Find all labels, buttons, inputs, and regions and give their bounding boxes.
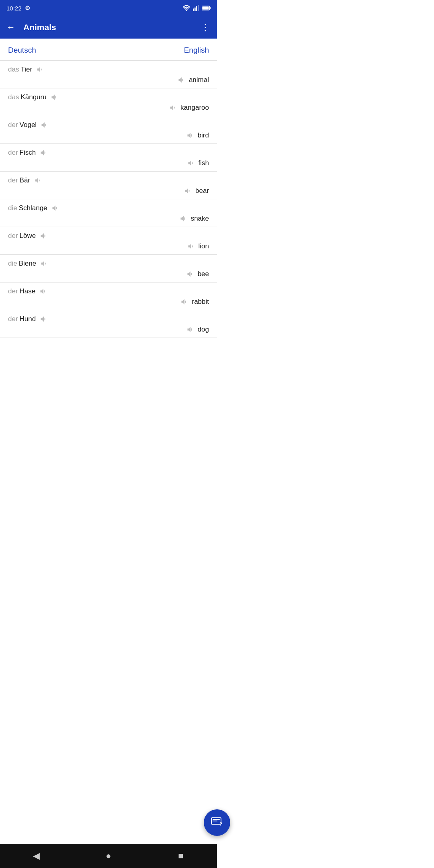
word-list: das Tier animal das Känguru kangaroo bbox=[0, 61, 217, 338]
word-row: der Vogel bird bbox=[0, 116, 217, 144]
wifi-icon bbox=[182, 5, 190, 11]
article-5: die bbox=[8, 204, 17, 212]
page-title: Animals bbox=[23, 23, 201, 32]
back-button[interactable]: ← bbox=[6, 22, 15, 33]
svg-rect-6 bbox=[210, 7, 211, 9]
word-row: der Hase rabbit bbox=[0, 283, 217, 310]
status-bar: 10:22 ⚙ bbox=[0, 0, 217, 16]
english-word-5: snake bbox=[191, 215, 209, 223]
german-word-5: Schlange bbox=[19, 204, 47, 212]
english-header[interactable]: English bbox=[184, 46, 209, 55]
german-word-4: Bär bbox=[20, 176, 30, 184]
settings-icon: ⚙ bbox=[25, 4, 30, 12]
article-1: das bbox=[8, 93, 19, 101]
german-speaker-8[interactable] bbox=[39, 287, 47, 295]
article-7: die bbox=[8, 260, 17, 268]
german-word-6: Löwe bbox=[20, 232, 36, 240]
english-word-4: bear bbox=[195, 187, 209, 195]
svg-rect-4 bbox=[198, 5, 199, 11]
german-speaker-9[interactable] bbox=[40, 315, 48, 323]
german-word-0: Tier bbox=[20, 66, 32, 74]
word-row: das Tier animal bbox=[0, 61, 217, 88]
german-word-8: Hase bbox=[20, 287, 36, 295]
article-2: der bbox=[8, 121, 18, 129]
english-word-8: rabbit bbox=[192, 298, 209, 306]
column-headers: Deutsch English bbox=[0, 39, 217, 61]
word-row: der Fisch fish bbox=[0, 144, 217, 172]
german-speaker-7[interactable] bbox=[40, 260, 48, 268]
svg-rect-7 bbox=[202, 6, 209, 10]
svg-rect-1 bbox=[193, 8, 194, 11]
english-speaker-1[interactable] bbox=[169, 104, 177, 112]
word-row: das Känguru kangaroo bbox=[0, 88, 217, 116]
word-row: die Biene bee bbox=[0, 255, 217, 283]
german-speaker-1[interactable] bbox=[51, 93, 59, 101]
german-speaker-0[interactable] bbox=[36, 66, 44, 74]
article-9: der bbox=[8, 315, 18, 323]
article-0: das bbox=[8, 66, 19, 74]
article-4: der bbox=[8, 176, 18, 184]
german-word-1: Känguru bbox=[20, 93, 46, 101]
svg-point-0 bbox=[186, 10, 187, 11]
english-speaker-5[interactable] bbox=[180, 215, 188, 223]
english-word-0: animal bbox=[189, 76, 209, 84]
english-speaker-6[interactable] bbox=[187, 242, 195, 250]
article-6: der bbox=[8, 232, 18, 240]
app-bar: ← Animals ⋮ bbox=[0, 16, 217, 39]
german-word-7: Biene bbox=[19, 260, 36, 268]
german-word-9: Hund bbox=[20, 315, 36, 323]
english-speaker-2[interactable] bbox=[186, 131, 194, 139]
svg-rect-3 bbox=[196, 6, 197, 11]
article-3: der bbox=[8, 149, 18, 157]
english-speaker-3[interactable] bbox=[187, 159, 195, 167]
status-icons bbox=[182, 5, 211, 11]
english-speaker-9[interactable] bbox=[186, 326, 194, 334]
english-speaker-4[interactable] bbox=[184, 187, 192, 195]
german-word-3: Fisch bbox=[20, 149, 36, 157]
word-row: der Löwe lion bbox=[0, 227, 217, 255]
german-speaker-4[interactable] bbox=[34, 176, 42, 184]
english-word-6: lion bbox=[199, 242, 209, 250]
german-speaker-5[interactable] bbox=[51, 204, 59, 212]
battery-icon bbox=[202, 5, 211, 11]
english-word-7: bee bbox=[198, 270, 209, 278]
german-speaker-3[interactable] bbox=[40, 149, 48, 157]
word-row: die Schlange snake bbox=[0, 199, 217, 227]
english-word-2: bird bbox=[198, 131, 209, 139]
svg-rect-2 bbox=[194, 8, 196, 11]
deutsch-header[interactable]: Deutsch bbox=[8, 46, 36, 55]
more-menu-button[interactable]: ⋮ bbox=[201, 22, 211, 33]
signal-icon bbox=[193, 5, 199, 11]
word-row: der Hund dog bbox=[0, 310, 217, 338]
german-word-2: Vogel bbox=[20, 121, 37, 129]
status-time: 10:22 bbox=[6, 5, 22, 12]
german-speaker-6[interactable] bbox=[40, 232, 48, 240]
german-speaker-2[interactable] bbox=[41, 121, 49, 129]
english-word-9: dog bbox=[198, 326, 209, 334]
article-8: der bbox=[8, 287, 18, 295]
english-speaker-7[interactable] bbox=[186, 270, 194, 278]
english-word-1: kangaroo bbox=[180, 104, 209, 112]
english-word-3: fish bbox=[199, 159, 209, 167]
english-speaker-0[interactable] bbox=[178, 76, 186, 84]
word-row: der Bär bear bbox=[0, 172, 217, 199]
english-speaker-8[interactable] bbox=[180, 298, 188, 306]
